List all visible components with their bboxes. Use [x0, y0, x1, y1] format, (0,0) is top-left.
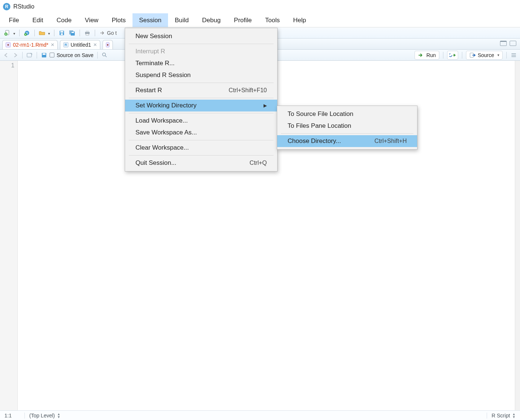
new-file-icon — [4, 30, 11, 36]
go-label: Go t — [107, 30, 117, 36]
rerun-icon — [449, 52, 456, 59]
mi-swd-choose[interactable]: Choose Directory... Ctrl+Shift+H — [277, 135, 417, 147]
svg-rect-13 — [86, 34, 89, 35]
app-icon: R — [3, 3, 10, 10]
status-scope-label: (Top Level) — [29, 413, 55, 419]
gutter-line-1: 1 — [0, 62, 14, 69]
tab-rmd-file[interactable]: ● 02-rm1-1.Rmd* ✕ — [2, 40, 58, 49]
sort-icon: ▲▼ — [512, 413, 516, 419]
save-button[interactable] — [57, 29, 66, 37]
menu-bar: File Edit Code View Plots Session Build … — [0, 13, 520, 27]
menu-edit[interactable]: Edit — [26, 13, 50, 27]
outline-icon[interactable] — [510, 52, 517, 59]
open-folder-icon — [39, 30, 46, 36]
tab-untitled-close[interactable]: ✕ — [93, 42, 97, 47]
open-file-button[interactable] — [38, 29, 51, 37]
tab-untitled[interactable]: R Untitled1 ✕ — [60, 40, 100, 49]
save-icon — [58, 30, 65, 36]
source-on-save-checkbox[interactable] — [50, 53, 54, 57]
menu-build[interactable]: Build — [168, 13, 195, 27]
mi-quit-session[interactable]: Quit Session... Ctrl+Q — [125, 157, 277, 169]
run-label: Run — [426, 52, 436, 58]
menu-profile[interactable]: Profile — [227, 13, 258, 27]
mi-new-session[interactable]: New Session — [125, 30, 277, 42]
mi-interrupt: Interrupt R — [125, 46, 277, 57]
menu-help[interactable]: Help — [286, 13, 313, 27]
run-button[interactable]: Run — [415, 51, 439, 60]
save-source-icon[interactable] — [41, 52, 47, 59]
mi-load-workspace[interactable]: Load Workspace... — [125, 115, 277, 127]
nav-back-icon[interactable] — [3, 52, 10, 59]
status-scope-selector[interactable]: (Top Level) ▲▼ — [24, 413, 60, 419]
find-icon[interactable] — [101, 52, 108, 59]
chevron-right-icon: ▶ — [264, 103, 267, 108]
go-to-button[interactable]: Go t — [98, 29, 118, 37]
menu-plots[interactable]: Plots — [105, 13, 132, 27]
status-rowcol: 1:1 — [4, 413, 20, 419]
print-button[interactable] — [83, 29, 92, 37]
swd-submenu: To Source File Location To Files Pane Lo… — [277, 106, 417, 150]
mi-swd-to-source[interactable]: To Source File Location — [277, 108, 417, 120]
tab-untitled-label: Untitled1 — [71, 42, 91, 48]
tab-rmd-close[interactable]: ✕ — [51, 42, 54, 47]
menu-session[interactable]: Session — [132, 13, 168, 27]
sort-icon: ▲▼ — [57, 413, 60, 419]
session-dropdown: New Session Interrupt R Terminate R... S… — [125, 28, 278, 171]
svg-rect-14 — [27, 53, 31, 57]
mi-save-workspace[interactable]: Save Workspace As... — [125, 127, 277, 139]
menu-view[interactable]: View — [78, 13, 105, 27]
scrollbar[interactable] — [515, 61, 520, 410]
source-on-save-label: Source on Save — [57, 52, 94, 58]
rmd-file-icon: ● — [6, 42, 11, 47]
gutter: 1 — [0, 61, 18, 410]
svg-rect-16 — [43, 53, 46, 55]
run-icon — [418, 52, 425, 59]
menu-code[interactable]: Code — [50, 13, 78, 27]
extra-file-icon: ● — [106, 42, 110, 47]
tab-rmd-label: 02-rm1-1.Rmd* — [13, 42, 48, 48]
source-button[interactable]: Source — [466, 51, 503, 60]
show-in-new-window-icon[interactable] — [26, 52, 33, 59]
status-bar: 1:1 (Top Level) ▲▼ R Script ▲▼ — [0, 410, 520, 420]
svg-point-17 — [103, 53, 105, 56]
r-file-icon: R — [63, 42, 68, 47]
mi-set-working-directory[interactable]: Set Working Directory ▶ — [125, 100, 277, 111]
new-project-button[interactable]: R — [23, 29, 31, 37]
source-icon — [469, 52, 476, 59]
mi-suspend[interactable]: Suspend R Session — [125, 69, 277, 81]
menu-file[interactable]: File — [2, 13, 26, 27]
status-language-label: R Script — [492, 413, 510, 419]
menu-debug[interactable]: Debug — [195, 13, 227, 27]
tab-extra[interactable]: ● — [103, 40, 113, 49]
menu-tools[interactable]: Tools — [258, 13, 286, 27]
maximize-pane-button[interactable] — [510, 41, 516, 46]
mi-clear-workspace[interactable]: Clear Workspace... — [125, 142, 277, 154]
svg-rect-7 — [61, 33, 63, 35]
nav-forward-icon[interactable] — [12, 52, 19, 59]
save-all-icon — [69, 30, 76, 36]
svg-rect-12 — [86, 31, 89, 32]
svg-rect-6 — [60, 31, 63, 33]
mi-terminate[interactable]: Terminate R... — [125, 57, 277, 69]
source-label: Source — [478, 52, 494, 58]
save-all-button[interactable] — [68, 29, 77, 37]
mi-restart[interactable]: Restart R Ctrl+Shift+F10 — [125, 84, 277, 96]
rerun-button[interactable] — [447, 51, 458, 60]
mi-swd-to-files[interactable]: To Files Pane Location — [277, 120, 417, 132]
status-language-selector[interactable]: R Script ▲▼ — [487, 413, 516, 419]
print-icon — [84, 30, 91, 36]
app-title: RStudio — [13, 3, 34, 10]
new-file-button[interactable] — [3, 29, 16, 37]
minimize-pane-button[interactable] — [500, 41, 507, 46]
go-arrow-icon — [99, 30, 106, 36]
svg-rect-10 — [71, 32, 74, 33]
project-icon: R — [24, 30, 30, 36]
title-bar: R RStudio — [0, 0, 520, 13]
